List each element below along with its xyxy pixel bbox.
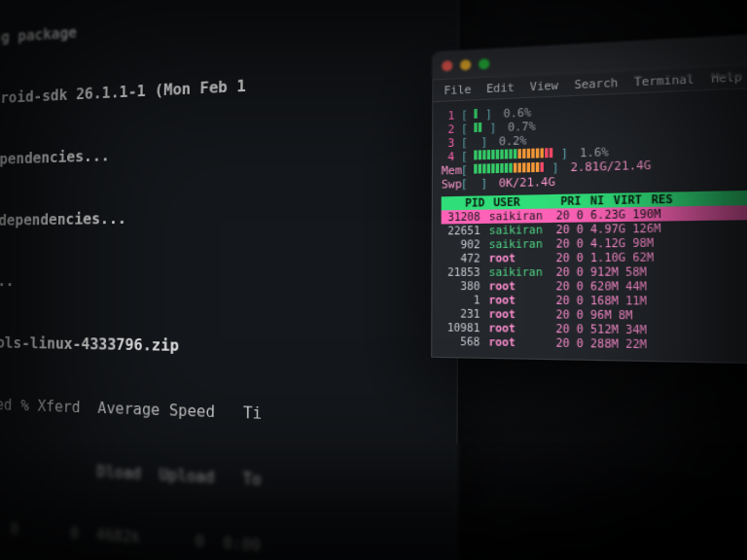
- cpu-bar: [475, 122, 483, 132]
- maximize-icon[interactable]: [479, 58, 489, 69]
- proc-rest: 20 0 4.12G 98M: [556, 233, 747, 251]
- proc-user: saikiran: [489, 209, 548, 224]
- menu-terminal[interactable]: Terminal: [634, 72, 694, 88]
- proc-user: saikiran: [489, 265, 548, 280]
- proc-user: root: [488, 321, 547, 335]
- menu-search[interactable]: Search: [574, 76, 618, 90]
- right-terminal-window: File Edit View Search Terminal Help Task…: [431, 26, 747, 367]
- cpu-pct: 1.6%: [580, 145, 609, 158]
- htop-panel: Tasks: 106, 497 thr Load average: 0.08 U…: [432, 82, 747, 366]
- process-row[interactable]: 472root20 0 1.10G 62M: [441, 249, 747, 265]
- process-row[interactable]: 231root20 0 96M 8M: [441, 307, 747, 326]
- proc-user: root: [488, 307, 547, 322]
- log-line: ving sources...: [0, 270, 440, 294]
- cpu-bar: [475, 148, 554, 159]
- cpu-pct: 0.2%: [499, 133, 527, 147]
- swp-row: Swp [] 0K/21.4G: [442, 165, 747, 191]
- proc-pid: 380: [441, 279, 480, 293]
- menu-view[interactable]: View: [530, 79, 558, 93]
- col-pri: PRI: [560, 195, 581, 208]
- cpu-pct: 0.6%: [503, 105, 531, 119]
- mem-row: Mem [] 2.81G/21.4G: [442, 150, 747, 176]
- proc-rest: 20 0 620M 44M: [556, 279, 747, 295]
- curl-row: 100 147M 0 0 4682k 0 0:00: [0, 511, 439, 560]
- menu-help[interactable]: Help: [711, 70, 742, 85]
- swp-value: 0K/21.4G: [499, 174, 555, 189]
- col-res: RES: [652, 193, 673, 206]
- curl-header: Dload Upload To: [0, 451, 439, 501]
- proc-user: saikiran: [489, 223, 548, 237]
- proc-rest: 20 0 512M 34M: [555, 322, 747, 340]
- mem-bar: [475, 162, 546, 174]
- proc-rest: 20 0 288M 22M: [555, 335, 747, 355]
- curl-header: % Received % Xferd Average Speed Ti: [0, 391, 440, 431]
- log-line: installing package: [0, 0, 441, 54]
- process-row[interactable]: 568root20 0 288M 22M: [441, 334, 747, 356]
- process-row[interactable]: 380root20 0 620M 44M: [441, 279, 747, 295]
- proc-user: saikiran: [489, 237, 548, 252]
- proc-user: root: [489, 251, 548, 265]
- proc-rest: 20 0 96M 8M: [556, 307, 747, 325]
- col-user: USER: [493, 195, 551, 208]
- cpu-row: 3[]0.2%: [442, 120, 747, 149]
- process-list: 31208saikiran20 0 6.23G 190M22651saikira…: [441, 203, 747, 356]
- proc-user: root: [488, 335, 547, 350]
- process-row[interactable]: 902saikiran20 0 4.12G 98M: [442, 233, 747, 252]
- process-header: PID USER PRI NI VIRT RES: [442, 188, 747, 211]
- proc-rest: 20 0 6.23G 190M: [556, 203, 747, 223]
- left-terminal: installing package package: android-sdk …: [0, 0, 459, 560]
- cpu-pct: 0.7%: [508, 119, 536, 132]
- proc-rest: 20 0 912M 58M: [556, 263, 747, 279]
- mem-value: 2.81G/21.4G: [570, 158, 651, 173]
- col-virt: VIRT: [614, 193, 642, 206]
- col-ni: NI: [590, 194, 604, 207]
- proc-pid: 231: [441, 307, 480, 322]
- log-line: oading sdk-tools-linux-4333796.zip: [0, 331, 440, 362]
- cpu-bar: [475, 109, 480, 119]
- cpu-row: 2[]0.7%: [442, 105, 747, 136]
- process-row[interactable]: 10981root20 0 512M 34M: [441, 321, 747, 340]
- minimize-icon[interactable]: [460, 59, 471, 70]
- proc-rest: 20 0 168M 11M: [556, 294, 747, 310]
- menu-edit[interactable]: Edit: [486, 81, 515, 94]
- proc-user: root: [489, 279, 548, 294]
- process-row[interactable]: 31208saikiran20 0 6.23G 190M: [442, 203, 747, 225]
- log-line: ng buildtime dependencies...: [0, 201, 441, 231]
- cpu-row: 4[]1.6%: [442, 135, 747, 163]
- log-line: ng runtime dependencies...: [0, 133, 441, 172]
- process-row[interactable]: 22651saikiran20 0 4.97G 126M: [442, 218, 747, 237]
- proc-rest: 20 0 4.97G 126M: [556, 218, 747, 236]
- process-row[interactable]: 21853saikiran20 0 912M 58M: [441, 263, 747, 279]
- process-row[interactable]: 1root20 0 168M 11M: [441, 293, 747, 309]
- cpu-num: 1: [442, 108, 454, 122]
- log-line: package: android-sdk 26.1.1-1 (Mon Feb 1: [0, 65, 441, 113]
- proc-rest: 20 0 1.10G 62M: [556, 249, 747, 265]
- proc-user: root: [489, 293, 548, 307]
